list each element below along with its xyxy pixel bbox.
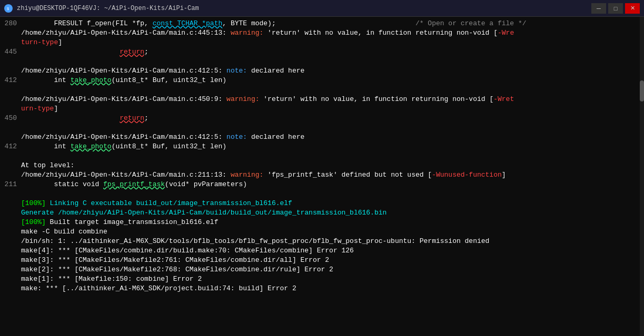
line-text: int take_photo(uint8_t* Buf, uint32_t le… bbox=[21, 142, 639, 151]
title-bar: $ zhiyu@DESKTOP-1QF46VJ: ~/AiPi-Open-Kit… bbox=[0, 0, 644, 17]
terminal-line bbox=[0, 57, 639, 66]
line-number bbox=[0, 199, 21, 208]
window: $ zhiyu@DESKTOP-1QF46VJ: ~/AiPi-Open-Kit… bbox=[0, 0, 644, 336]
terminal-line: 445 return; bbox=[0, 47, 639, 57]
terminal-line: make[4]: *** [CMakeFiles/combine.dir/bui… bbox=[0, 246, 639, 256]
line-text: /bin/sh: 1: ../aithinker_Ai-M6X_SDK/tool… bbox=[21, 237, 639, 246]
terminal-line: At top level: bbox=[0, 161, 639, 170]
line-text: urn-type] bbox=[21, 104, 639, 114]
terminal-line: /bin/sh: 1: ../aithinker_Ai-M6X_SDK/tool… bbox=[0, 237, 639, 246]
title-left: $ zhiyu@DESKTOP-1QF46VJ: ~/AiPi-Open-Kit… bbox=[4, 4, 199, 13]
line-number bbox=[0, 38, 21, 47]
terminal-line bbox=[0, 123, 639, 133]
terminal[interactable]: 280 FRESULT f_open(FIL *fp, const TCHAR … bbox=[0, 17, 644, 336]
line-number bbox=[0, 265, 21, 274]
terminal-line bbox=[0, 151, 639, 161]
window-title: zhiyu@DESKTOP-1QF46VJ: ~/AiPi-Open-Kits/… bbox=[17, 5, 199, 12]
line-text: turn-type] bbox=[21, 38, 639, 47]
line-number bbox=[0, 133, 21, 142]
terminal-line: /home/zhiyu/AiPi-Open-Kits/AiPi-Cam/main… bbox=[0, 28, 639, 38]
line-number bbox=[0, 170, 21, 180]
line-text: return; bbox=[21, 114, 639, 123]
line-number bbox=[0, 246, 21, 256]
terminal-line: Generate /home/zhiyu/AiPi-Open-Kits/AiPi… bbox=[0, 208, 639, 218]
line-text bbox=[21, 123, 639, 133]
terminal-line: make: *** [../aithinker_Ai-M6X_SDK/proje… bbox=[0, 284, 639, 293]
line-text: FRESULT f_open(FIL *fp, const TCHAR *pat… bbox=[21, 19, 639, 28]
minimize-button[interactable]: ─ bbox=[591, 3, 606, 14]
line-text bbox=[21, 85, 639, 95]
line-number bbox=[0, 57, 21, 66]
line-number bbox=[0, 256, 21, 265]
maximize-button[interactable]: □ bbox=[608, 3, 623, 14]
line-text: make[3]: *** [CMakeFiles/Makefile2:761: … bbox=[21, 256, 639, 265]
scrollbar-thumb[interactable] bbox=[640, 80, 644, 101]
line-text: return; bbox=[21, 47, 639, 57]
terminal-line: make[1]: *** [Makefile:150: combine] Err… bbox=[0, 274, 639, 284]
line-text: /home/zhiyu/AiPi-Open-Kits/AiPi-Cam/main… bbox=[21, 28, 639, 38]
line-number bbox=[0, 161, 21, 170]
line-text: /home/zhiyu/AiPi-Open-Kits/AiPi-Cam/main… bbox=[21, 170, 639, 180]
line-text: /home/zhiyu/AiPi-Open-Kits/AiPi-Cam/main… bbox=[21, 95, 639, 104]
terminal-line: 450 return; bbox=[0, 114, 639, 123]
terminal-line bbox=[0, 85, 639, 95]
line-text: /home/zhiyu/AiPi-Open-Kits/AiPi-Cam/main… bbox=[21, 66, 639, 76]
terminal-line: /home/zhiyu/AiPi-Open-Kits/AiPi-Cam/main… bbox=[0, 133, 639, 142]
line-text bbox=[21, 57, 639, 66]
line-number: 412 bbox=[0, 142, 21, 151]
line-text: [100%] Built target image_transmission_b… bbox=[21, 218, 639, 227]
line-text: [100%] Linking C executable build_out/im… bbox=[21, 199, 639, 208]
terminal-line: 412 int take_photo(uint8_t* Buf, uint32_… bbox=[0, 76, 639, 85]
scrollbar-track bbox=[640, 17, 644, 336]
line-text: /home/zhiyu/AiPi-Open-Kits/AiPi-Cam/main… bbox=[21, 133, 639, 142]
line-number bbox=[0, 66, 21, 76]
line-number bbox=[0, 274, 21, 284]
line-number: 211 bbox=[0, 180, 21, 189]
terminal-line bbox=[0, 189, 639, 199]
line-number bbox=[0, 208, 21, 218]
line-number bbox=[0, 189, 21, 199]
line-text bbox=[21, 151, 639, 161]
terminal-line: urn-type] bbox=[0, 104, 639, 114]
svg-text:$: $ bbox=[7, 7, 9, 11]
line-text: make[2]: *** [CMakeFiles/Makefile2:768: … bbox=[21, 265, 639, 274]
terminal-line: /home/zhiyu/AiPi-Open-Kits/AiPi-Cam/main… bbox=[0, 95, 639, 104]
line-number: 445 bbox=[0, 47, 21, 57]
line-number bbox=[0, 104, 21, 114]
line-number bbox=[0, 284, 21, 293]
line-number bbox=[0, 227, 21, 237]
line-number: 412 bbox=[0, 76, 21, 85]
terminal-line: turn-type] bbox=[0, 38, 639, 47]
line-number bbox=[0, 85, 21, 95]
terminal-line: make[3]: *** [CMakeFiles/Makefile2:761: … bbox=[0, 256, 639, 265]
line-number: 450 bbox=[0, 114, 21, 123]
line-number bbox=[0, 218, 21, 227]
terminal-line: 412 int take_photo(uint8_t* Buf, uint32_… bbox=[0, 142, 639, 151]
line-text: make[4]: *** [CMakeFiles/combine.dir/bui… bbox=[21, 246, 639, 256]
window-controls: ─ □ ✕ bbox=[591, 3, 640, 14]
terminal-line: /home/zhiyu/AiPi-Open-Kits/AiPi-Cam/main… bbox=[0, 170, 639, 180]
terminal-icon: $ bbox=[4, 4, 13, 13]
line-number bbox=[0, 151, 21, 161]
terminal-line: make[2]: *** [CMakeFiles/Makefile2:768: … bbox=[0, 265, 639, 274]
close-button[interactable]: ✕ bbox=[625, 3, 640, 14]
line-text: make -C build combine bbox=[21, 227, 639, 237]
terminal-line: make -C build combine bbox=[0, 227, 639, 237]
line-text: int take_photo(uint8_t* Buf, uint32_t le… bbox=[21, 76, 639, 85]
terminal-line: 211 static void fps_printf_task(void* pv… bbox=[0, 180, 639, 189]
line-text: Generate /home/zhiyu/AiPi-Open-Kits/AiPi… bbox=[21, 208, 639, 218]
line-text: make: *** [../aithinker_Ai-M6X_SDK/proje… bbox=[21, 284, 639, 293]
line-number bbox=[0, 95, 21, 104]
line-text: static void fps_printf_task(void* pvPara… bbox=[21, 180, 639, 189]
terminal-line: [100%] Linking C executable build_out/im… bbox=[0, 199, 639, 208]
line-text bbox=[21, 189, 639, 199]
line-number bbox=[0, 123, 21, 133]
terminal-line: [100%] Built target image_transmission_b… bbox=[0, 218, 639, 227]
line-number bbox=[0, 237, 21, 246]
line-text: make[1]: *** [Makefile:150: combine] Err… bbox=[21, 274, 639, 284]
terminal-content: 280 FRESULT f_open(FIL *fp, const TCHAR … bbox=[0, 19, 644, 293]
terminal-line: /home/zhiyu/AiPi-Open-Kits/AiPi-Cam/main… bbox=[0, 66, 639, 76]
line-number: 280 bbox=[0, 19, 21, 28]
line-text: At top level: bbox=[21, 161, 639, 170]
line-number bbox=[0, 28, 21, 38]
